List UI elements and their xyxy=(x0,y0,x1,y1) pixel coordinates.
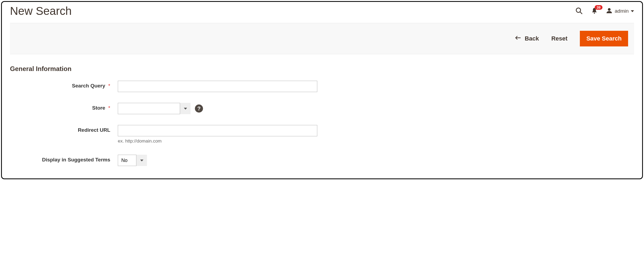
user-menu[interactable]: admin xyxy=(606,7,634,15)
redirect-url-input[interactable] xyxy=(118,125,317,136)
row-store: Store * ? xyxy=(10,103,634,114)
actions-bar: Back Reset Save Search xyxy=(10,23,634,54)
svg-line-1 xyxy=(580,12,582,14)
back-button[interactable]: Back xyxy=(515,35,539,42)
required-mark: * xyxy=(108,83,110,89)
user-name-label: admin xyxy=(615,8,629,14)
label-text: Search Query xyxy=(72,83,105,89)
back-label: Back xyxy=(525,35,539,42)
svg-point-2 xyxy=(594,12,595,13)
header-tools: 39 admin xyxy=(575,7,634,15)
label-text: Display in Suggested Terms xyxy=(42,157,110,163)
label-store: Store * xyxy=(10,103,118,111)
form-area: Search Query * Store * ? xyxy=(2,81,642,166)
row-search-query: Search Query * xyxy=(10,81,634,92)
reset-button[interactable]: Reset xyxy=(550,35,569,42)
help-icon[interactable]: ? xyxy=(195,104,203,113)
chevron-down-icon xyxy=(631,10,634,12)
notification-badge: 39 xyxy=(595,5,602,10)
search-query-input[interactable] xyxy=(118,81,317,92)
label-redirect-url: Redirect URL xyxy=(10,125,118,133)
search-icon[interactable] xyxy=(575,7,583,15)
required-mark: * xyxy=(108,105,110,111)
row-redirect-url: Redirect URL ex. http://domain.com xyxy=(10,125,634,144)
svg-point-0 xyxy=(576,8,581,12)
label-text: Store xyxy=(92,105,105,111)
row-display-suggested: Display in Suggested Terms No xyxy=(10,155,634,166)
section-title: General Information xyxy=(10,65,634,73)
page-title: New Search xyxy=(10,5,72,18)
save-search-button[interactable]: Save Search xyxy=(580,31,628,46)
label-text: Redirect URL xyxy=(78,127,110,133)
svg-point-3 xyxy=(608,8,611,11)
redirect-url-hint: ex. http://domain.com xyxy=(118,138,317,144)
display-suggested-select[interactable]: No xyxy=(118,155,147,166)
label-display-suggested: Display in Suggested Terms xyxy=(10,155,118,163)
notifications-button[interactable]: 39 xyxy=(591,7,598,15)
bell-icon xyxy=(591,11,598,15)
arrow-left-icon xyxy=(515,35,521,42)
label-search-query: Search Query * xyxy=(10,81,118,89)
user-icon xyxy=(606,7,612,15)
store-select[interactable] xyxy=(118,103,191,114)
